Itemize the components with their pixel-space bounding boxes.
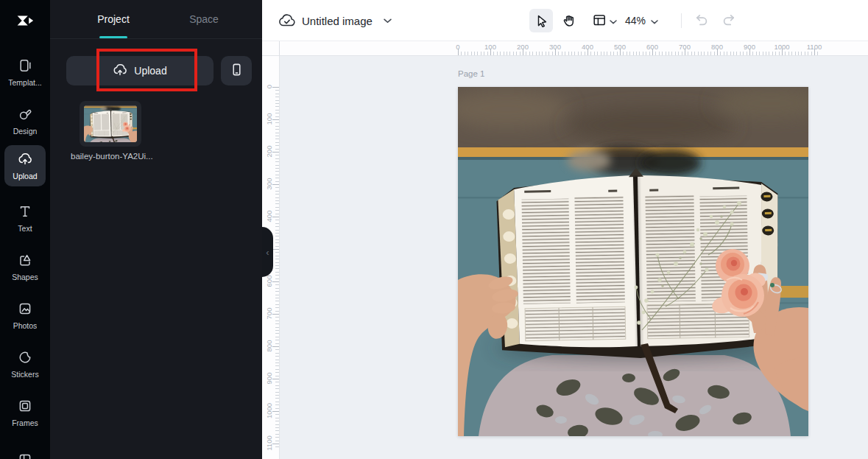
ruler-label: 800 <box>265 335 273 357</box>
ruler-ticks <box>458 49 818 55</box>
cloud-upload-icon <box>113 63 127 80</box>
ruler-label: 1000 <box>774 43 789 51</box>
ruler-label: 900 <box>744 43 755 51</box>
hand-icon <box>562 13 576 29</box>
sidebar-item-label: Design <box>13 127 38 136</box>
ruler-label: 400 <box>582 43 593 51</box>
ruler-label: 1000 <box>265 400 273 422</box>
toolbar-divider <box>681 13 682 28</box>
phone-icon <box>230 63 244 79</box>
canvas-workspace[interactable]: Page 1 <box>280 56 868 459</box>
cursor-icon <box>534 13 548 29</box>
layout-grid-icon <box>18 452 32 459</box>
sidebar-item-label: Frames <box>12 418 38 427</box>
uploaded-asset-thumbnail[interactable] <box>80 101 141 147</box>
uploaded-asset-image <box>84 105 137 142</box>
ruler-label: 0 <box>265 76 273 98</box>
chevron-down-icon <box>610 15 617 27</box>
sidebar-item-photos[interactable]: Photos <box>4 295 46 336</box>
ruler-label: 100 <box>484 43 496 51</box>
upload-from-phone-button[interactable] <box>221 56 252 85</box>
sidebar-item-design[interactable]: Design <box>4 100 46 141</box>
left-icon-rail: Templat... Design Upload Text Shapes Pho… <box>0 0 50 459</box>
ruler-ticks <box>272 87 279 447</box>
ruler-label: 0 <box>456 43 459 51</box>
ruler-label: 200 <box>265 141 273 163</box>
ruler-label: 100 <box>265 108 273 130</box>
sidebar-item-templates[interactable]: Templat... <box>4 52 46 93</box>
sidebar-item-layouts[interactable] <box>4 441 46 459</box>
templates-icon <box>18 58 32 76</box>
canvas-page[interactable] <box>458 87 808 436</box>
ruler-label: 900 <box>265 368 273 390</box>
tab-space[interactable]: Space <box>171 0 237 39</box>
ruler-label: 700 <box>679 43 691 51</box>
panel-tabs: Project Space <box>50 0 262 39</box>
canvas-toolbar: Untitled image 44% <box>262 0 868 41</box>
ruler-label: 200 <box>517 43 529 51</box>
panel-collapse-handle[interactable]: ‹ <box>262 227 273 277</box>
ruler-label: 700 <box>265 303 273 325</box>
ruler-label: 800 <box>711 43 723 51</box>
ruler-label: 500 <box>614 43 626 51</box>
uploaded-asset-filename: bailey-burton-YA2Ui... <box>71 152 203 161</box>
undo-icon <box>694 12 710 30</box>
bible-photo <box>458 87 808 436</box>
sidebar-item-label: Stickers <box>11 370 38 379</box>
sidebar-item-label: Shapes <box>12 273 38 281</box>
cloud-upload-icon <box>18 152 32 169</box>
upload-button-label: Upload <box>134 65 166 77</box>
document-title[interactable]: Untitled image <box>302 0 373 41</box>
cloud-saved-icon[interactable] <box>278 13 296 29</box>
sidebar-item-upload[interactable]: Upload <box>4 145 46 186</box>
sidebar-item-frames[interactable]: Frames <box>4 392 46 433</box>
ruler-label: 400 <box>265 206 273 228</box>
sidebar-item-shapes[interactable]: Shapes <box>4 246 46 287</box>
ruler-corner <box>262 41 280 56</box>
chevron-down-icon[interactable] <box>383 18 392 24</box>
collapse-chevron-icon: ‹ <box>266 247 269 258</box>
active-tab-underline <box>99 36 127 38</box>
select-tool-button[interactable] <box>529 9 553 32</box>
shapes-icon <box>18 253 32 270</box>
ruler-label: 1100 <box>807 43 822 51</box>
pan-tool-button[interactable] <box>557 9 581 32</box>
horizontal-ruler: 010020030040050060070080090010001100 <box>280 41 868 56</box>
sidebar-item-stickers[interactable]: Stickers <box>4 343 46 385</box>
stickers-icon <box>18 350 32 368</box>
tab-project[interactable]: Project <box>80 0 147 39</box>
canvas-area: Untitled image 44% <box>262 0 868 459</box>
redo-button[interactable] <box>717 9 741 32</box>
sidebar-item-text[interactable]: Text <box>4 197 46 239</box>
capcut-logo-icon <box>13 8 38 33</box>
sidebar-item-label: Photos <box>13 321 38 330</box>
zoom-level-value: 44% <box>625 15 646 27</box>
ruler-label: 300 <box>265 173 273 195</box>
sidebar-item-label: Text <box>18 224 32 233</box>
layout-tool-button[interactable] <box>587 9 622 32</box>
photos-icon <box>18 301 32 319</box>
zoom-layout-icon <box>592 13 607 29</box>
undo-button[interactable] <box>690 9 713 32</box>
asset-panel: Project Space Upload bailey-burton-YA2Ui… <box>50 0 262 459</box>
chevron-down-icon <box>651 15 658 27</box>
sidebar-item-label: Upload <box>13 172 37 181</box>
zoom-level-control[interactable]: 44% <box>625 9 658 32</box>
frames-icon <box>18 399 32 416</box>
upload-button[interactable]: Upload <box>66 56 214 85</box>
text-icon <box>18 204 32 222</box>
page-label: Page 1 <box>458 69 484 78</box>
capcut-logo[interactable] <box>12 7 38 34</box>
ruler-label: 300 <box>549 43 561 51</box>
design-icon <box>18 107 32 125</box>
sidebar-item-label: Templat... <box>8 78 42 87</box>
ruler-label: 1100 <box>265 432 273 455</box>
redo-icon <box>721 12 737 30</box>
ruler-label: 600 <box>646 43 658 51</box>
